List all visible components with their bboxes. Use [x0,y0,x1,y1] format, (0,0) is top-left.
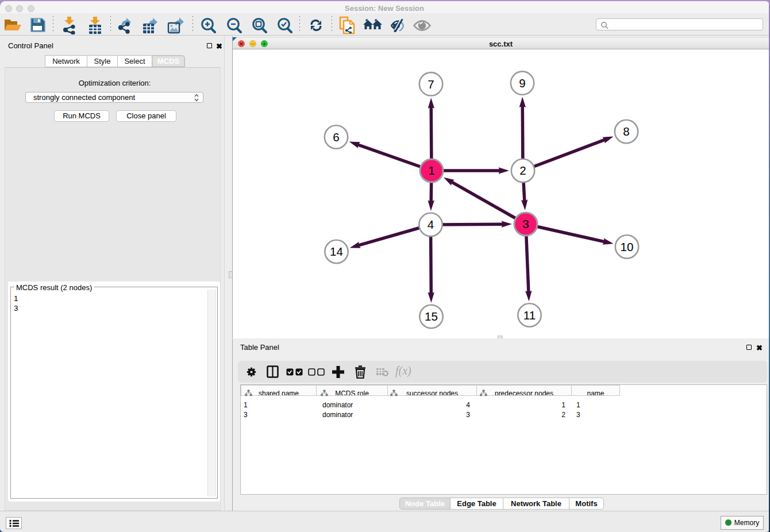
svg-text:3: 3 [522,217,529,230]
svg-text:10: 10 [621,240,634,253]
svg-text:2: 2 [519,164,526,177]
svg-text:11: 11 [523,309,536,322]
svg-text:1: 1 [428,164,434,177]
svg-text:7: 7 [428,78,434,91]
svg-text:14: 14 [330,245,343,258]
svg-text:4: 4 [428,218,434,231]
svg-text:6: 6 [333,130,339,144]
svg-text:15: 15 [425,310,438,323]
svg-text:9: 9 [519,76,525,90]
svg-text:8: 8 [623,125,629,138]
